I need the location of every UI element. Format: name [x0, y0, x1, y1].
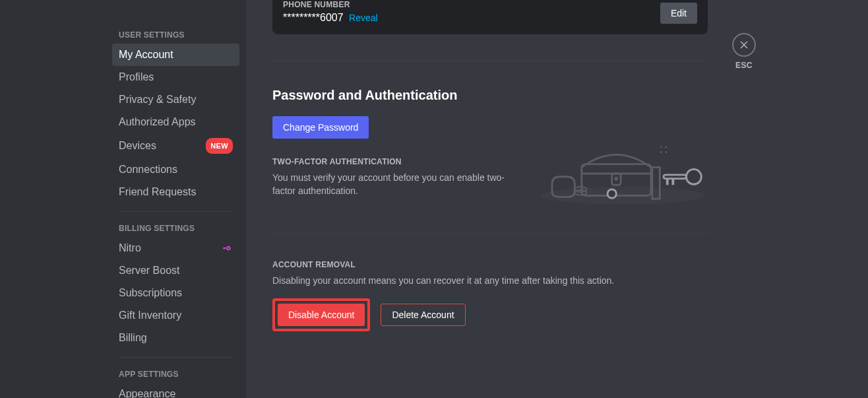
sidebar-item-server-boost[interactable]: Server Boost — [112, 259, 239, 282]
phone-label: PHONE NUMBER — [283, 0, 378, 9]
section-header-user-settings: USER SETTINGS — [112, 0, 239, 44]
svg-rect-14 — [672, 179, 675, 185]
disable-account-highlight: Disable Account — [272, 298, 370, 331]
sidebar-item-profiles[interactable]: Profiles — [112, 66, 239, 88]
password-auth-heading: Password and Authentication — [272, 88, 708, 103]
sidebar-divider — [119, 357, 233, 358]
sidebar-item-privacy-safety[interactable]: Privacy & Safety — [112, 88, 239, 111]
phone-value: *********6007 Reveal — [283, 12, 378, 24]
sidebar-divider — [119, 211, 233, 212]
settings-sidebar: USER SETTINGS My Account Profiles Privac… — [0, 0, 246, 398]
sidebar-item-appearance[interactable]: Appearance — [112, 383, 239, 398]
nitro-icon — [222, 243, 233, 253]
svg-point-6 — [615, 177, 619, 181]
svg-point-12 — [687, 169, 702, 184]
svg-rect-2 — [223, 248, 226, 249]
section-header-app-settings: APP SETTINGS — [112, 366, 239, 383]
delete-account-button[interactable]: Delete Account — [381, 304, 465, 326]
svg-point-15 — [660, 146, 662, 148]
svg-point-16 — [666, 146, 667, 148]
reveal-phone-link[interactable]: Reveal — [349, 13, 378, 23]
content-divider — [272, 61, 708, 61]
svg-rect-13 — [666, 179, 669, 185]
account-removal-label: ACCOUNT REMOVAL — [272, 260, 708, 269]
sidebar-item-friend-requests[interactable]: Friend Requests — [112, 181, 239, 203]
sidebar-item-subscriptions[interactable]: Subscriptions — [112, 282, 239, 304]
twofa-illustration — [538, 141, 708, 207]
new-badge: NEW — [206, 138, 233, 154]
sidebar-item-nitro[interactable]: Nitro — [112, 237, 239, 259]
sidebar-item-billing[interactable]: Billing — [112, 327, 239, 349]
close-icon — [739, 40, 749, 50]
sidebar-item-gift-inventory[interactable]: Gift Inventory — [112, 304, 239, 327]
phone-card: PHONE NUMBER *********6007 Reveal Edit — [272, 0, 708, 34]
sidebar-item-authorized-apps[interactable]: Authorized Apps — [112, 111, 239, 133]
svg-point-9 — [607, 189, 616, 198]
twofa-description: You must verify your account before you … — [272, 172, 524, 197]
edit-phone-button[interactable]: Edit — [660, 3, 697, 24]
svg-point-17 — [660, 151, 662, 153]
change-password-button[interactable]: Change Password — [272, 116, 369, 139]
sidebar-item-my-account[interactable]: My Account — [112, 44, 239, 66]
settings-content: PHONE NUMBER *********6007 Reveal Edit P… — [246, 0, 868, 398]
esc-label: ESC — [731, 61, 757, 70]
close-settings: ESC — [731, 33, 757, 70]
svg-rect-11 — [664, 175, 686, 179]
section-header-billing-settings: BILLING SETTINGS — [112, 220, 239, 237]
content-divider — [272, 233, 708, 234]
svg-point-1 — [228, 248, 230, 249]
account-removal-description: Disabling your account means you can rec… — [272, 275, 708, 288]
svg-point-18 — [666, 151, 667, 153]
close-button[interactable] — [732, 33, 756, 57]
disable-account-button[interactable]: Disable Account — [278, 304, 365, 326]
twofa-label: TWO-FACTOR AUTHENTICATION — [272, 157, 524, 166]
sidebar-item-connections[interactable]: Connections — [112, 158, 239, 181]
sidebar-item-devices[interactable]: Devices NEW — [112, 133, 239, 158]
